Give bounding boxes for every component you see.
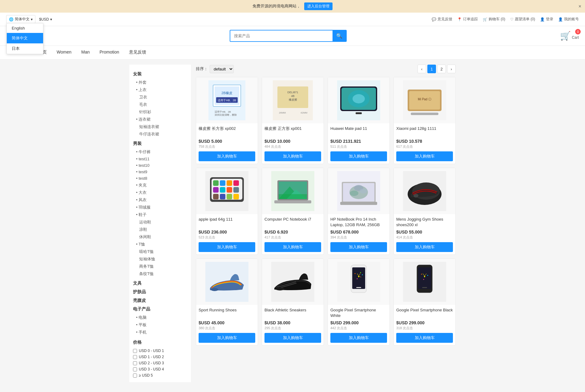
search-button[interactable]: 🔍 <box>333 30 346 41</box>
product-card-5[interactable]: apple ipad 64g 111 $USD 236.000 523 次点击 … <box>196 168 258 255</box>
sidebar-item-down[interactable]: • 羽绒服 <box>133 204 187 211</box>
wishlist-nav-item[interactable]: ♡ 愿望清单 (0) <box>510 17 535 22</box>
pagination-prev[interactable]: ‹ <box>418 65 426 73</box>
product-card-4[interactable]: Mi Pad ⓘ Xiaomi pad 128g 1111 $USD 10.57… <box>393 77 456 164</box>
sidebar-item-hiphop-tshirt[interactable]: 嘻哈T恤 <box>133 248 187 255</box>
product-card-10[interactable]: Black Athletic Sneakers $USD 38.000 295 … <box>262 258 324 346</box>
add-to-cart-btn-7[interactable]: 加入购物车 <box>330 242 387 252</box>
sidebar-item-shoes[interactable]: • 鞋子 <box>133 211 187 218</box>
product-card-7[interactable]: HP NoteBook Pro 14 Inch Laptop, 12GB RAM… <box>328 168 390 255</box>
product-card-12[interactable]: Google Pixel Smartphone Black $USD 299.0… <box>393 258 456 346</box>
svg-point-19 <box>353 94 365 103</box>
product-card-2[interactable]: DELI871 4B 橡皮擦 26MM 42MM 橡皮擦 正方形 xp001 $… <box>262 77 324 164</box>
sidebar-item-test9[interactable]: • test9 <box>133 169 187 175</box>
products-toolbar: 排序： default ‹ 1 2 › <box>196 65 456 73</box>
sidebar-item-shortsleeve-tshirt[interactable]: 短袖体恤 <box>133 255 187 263</box>
sidebar-item-short-dress[interactable]: 短袖连衣裙 <box>133 123 187 130</box>
sidebar-item-casual-shoes[interactable]: 休闲鞋 <box>133 233 187 241</box>
sidebar-item-computer[interactable]: • 电脑 <box>133 314 187 321</box>
sidebar-item-phone[interactable]: • 手机 <box>133 329 187 336</box>
order-track-nav-item[interactable]: 📍 订单追踪 <box>457 17 478 22</box>
price-option-1-2[interactable]: USD 1 - USD 2 <box>133 354 187 360</box>
product-card-6[interactable]: Computer PC Notebook i7 $USD 6.920 417 次… <box>262 168 324 255</box>
product-card-1[interactable]: 2B橡皮 适用于HB、2B 适用于HB、2B 涂掉比较清晰，擦除 橡皮擦 长方形… <box>196 77 258 164</box>
language-selector[interactable]: 🌐 简体中文 ▾ English 简体中文 日本 <box>6 15 35 23</box>
sidebar-item-windcoat[interactable]: • 风衣 <box>133 196 187 204</box>
product-card-11[interactable]: Google Pixel Smartphone White $USD 299.0… <box>328 258 390 346</box>
price-option-5-plus[interactable]: ≥ USD 5 <box>133 372 187 378</box>
sidebar-item-test8[interactable]: • test8 <box>133 175 187 182</box>
add-to-cart-btn-11[interactable]: 加入购物车 <box>330 333 387 343</box>
category-title-stationery: 文具 <box>133 281 187 286</box>
pagination-next[interactable]: › <box>447 65 456 73</box>
sidebar-item-test10[interactable]: • test10 <box>133 162 187 169</box>
add-to-cart-btn-4[interactable]: 加入购物车 <box>396 151 453 161</box>
svg-text:4B: 4B <box>291 94 294 98</box>
sidebar-item-sandals[interactable]: 凉鞋 <box>133 226 187 233</box>
language-option-chinese[interactable]: 简体中文 <box>7 33 43 43</box>
price-checkbox-1-2[interactable] <box>133 355 137 359</box>
sidebar-item-knit[interactable]: 针织衫 <box>133 108 187 116</box>
pagination-page-2[interactable]: 2 <box>437 65 446 73</box>
add-to-cart-btn-6[interactable]: 加入购物车 <box>264 242 321 252</box>
sidebar-item-business-tshirt[interactable]: 商务T恤 <box>133 263 187 270</box>
nav-item-feedback[interactable]: 意见反馈 <box>124 46 151 59</box>
sidebar-item-sweater[interactable]: 毛衣 <box>133 101 187 108</box>
product-card-9[interactable]: Sport Running Shoes $USD 45.000 380 次点击 … <box>196 258 258 346</box>
svg-rect-38 <box>220 194 225 199</box>
price-option-0-1[interactable]: USD 0 - USD 1 <box>133 348 187 354</box>
add-to-cart-btn-2[interactable]: 加入购物车 <box>264 151 321 161</box>
pagination-page-1[interactable]: 1 <box>427 65 436 73</box>
add-to-cart-btn-1[interactable]: 加入购物车 <box>199 151 255 161</box>
add-to-cart-btn-10[interactable]: 加入购物车 <box>264 333 321 343</box>
feedback-nav-item[interactable]: 💬 意见反馈 <box>432 17 452 22</box>
nav-item-man[interactable]: Man <box>76 46 95 59</box>
product-info-9: Sport Running Shoes $USD 45.000 380 次点击 … <box>196 305 258 345</box>
add-to-cart-btn-12[interactable]: 加入购物车 <box>396 333 453 343</box>
price-checkbox-3-4[interactable] <box>133 367 137 371</box>
sidebar-item-coat[interactable]: • 大衣 <box>133 189 187 196</box>
sidebar-item-denim-dress[interactable]: 牛仔连衣裙 <box>133 130 187 138</box>
sidebar-item-sneakers[interactable]: 运动鞋 <box>133 218 187 226</box>
login-nav-item[interactable]: 👤 登录 <box>540 17 553 22</box>
price-option-2-3[interactable]: USD 2 - USD 3 <box>133 360 187 366</box>
enter-backend-button[interactable]: 进入后台管理 <box>304 2 333 10</box>
product-name-12: Google Pixel Smartphone Black <box>396 307 453 318</box>
product-card-3[interactable]: Huawei Mate pad 11 $USD 2131.921 511 次点击… <box>328 77 390 164</box>
svg-point-59 <box>414 194 418 198</box>
svg-text:2B橡皮: 2B橡皮 <box>221 91 232 95</box>
price-label-2-3: USD 2 - USD 3 <box>139 361 164 365</box>
nav-item-promotion[interactable]: Promotion <box>95 46 124 59</box>
price-checkbox-5-plus[interactable] <box>133 374 137 378</box>
announcement-close-button[interactable]: × <box>579 4 581 9</box>
cart-nav-item[interactable]: 🛒 购物车 (0) <box>483 17 505 22</box>
sort-select[interactable]: default <box>210 65 234 73</box>
add-to-cart-btn-9[interactable]: 加入购物车 <box>199 333 255 343</box>
currency-selector[interactable]: $USD ▾ <box>39 17 52 22</box>
sidebar-item-tops[interactable]: • 上衣 <box>133 86 187 94</box>
sidebar-item-dress[interactable]: • 连衣裙 <box>133 116 187 123</box>
product-card-8[interactable]: Mens Jogging Gym Shoes shoes200 xl $USD … <box>393 168 456 255</box>
search-input[interactable] <box>230 31 333 41</box>
nav-item-women[interactable]: Women <box>52 46 76 59</box>
add-to-cart-btn-3[interactable]: 加入购物车 <box>330 151 387 161</box>
wishlist-icon: ♡ <box>510 17 514 22</box>
sidebar-item-outerwear[interactable]: • 外套 <box>133 79 187 86</box>
account-nav-item[interactable]: 👤 我的账号 <box>558 17 579 22</box>
sidebar-item-jeans[interactable]: • 牛仔裤 <box>133 148 187 156</box>
language-option-english[interactable]: English <box>7 23 43 33</box>
sidebar-item-hoodie[interactable]: 卫衣 <box>133 94 187 101</box>
cart-wrapper[interactable]: 🛒 0 Cart <box>560 31 579 41</box>
price-checkbox-2-3[interactable] <box>133 361 137 365</box>
sidebar-item-stripe-tshirt[interactable]: 条纹T恤 <box>133 270 187 278</box>
sidebar-item-jacket[interactable]: • 夹克 <box>133 182 187 189</box>
price-checkbox-0-1[interactable] <box>133 349 137 353</box>
account-label: 我的账号 <box>564 17 579 22</box>
sidebar-item-tshirt[interactable]: • T恤 <box>133 241 187 248</box>
add-to-cart-btn-5[interactable]: 加入购物车 <box>199 242 255 252</box>
sidebar-item-tablet[interactable]: • 平板 <box>133 321 187 329</box>
price-option-3-4[interactable]: USD 3 - USD 4 <box>133 366 187 372</box>
sidebar-item-test11[interactable]: • test11 <box>133 156 187 162</box>
add-to-cart-btn-8[interactable]: 加入购物车 <box>396 242 453 252</box>
language-option-japanese[interactable]: 日本 <box>7 43 43 54</box>
